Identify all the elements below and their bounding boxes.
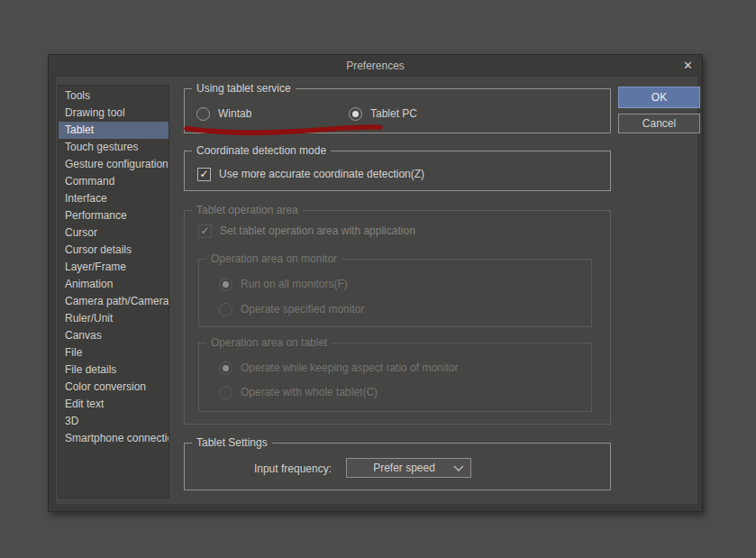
checkbox-icon-checked: ✓ (197, 168, 211, 181)
sidebar-item-camera-path-camera[interactable]: Camera path/Camera (59, 293, 169, 310)
input-frequency-dropdown[interactable]: Prefer speed (346, 458, 471, 478)
sidebar-item-color-conversion[interactable]: Color conversion (59, 379, 169, 396)
radio-label: Operate while keeping aspect ratio of mo… (241, 361, 458, 374)
checkbox-label: Set tablet operation area with applicati… (220, 224, 415, 237)
input-frequency-label: Input frequency: (185, 462, 332, 475)
radio-label: Operate with whole tablet(C) (241, 386, 378, 398)
group-title: Coordinate detection mode (192, 144, 331, 158)
sidebar-item-3d[interactable]: 3D (59, 413, 169, 430)
sidebar-item-command[interactable]: Command (59, 173, 169, 190)
sidebar-item-tablet[interactable]: Tablet (59, 122, 169, 139)
dialog-title: Preferences (346, 59, 405, 72)
subgroup-title: Operation area on tablet (206, 336, 332, 350)
desktop-background: { "window": { "title": "Preferences" }, … (0, 0, 756, 558)
radio-wintab[interactable]: Wintab (196, 106, 251, 121)
radio-icon (196, 107, 210, 121)
sidebar-item-animation[interactable]: Animation (59, 276, 169, 293)
radio-run-on-all-monitors: Run on all monitors(F) (219, 277, 348, 291)
sidebar-item-interface[interactable]: Interface (59, 190, 169, 207)
sidebar-item-touch-gestures[interactable]: Touch gestures (59, 139, 169, 156)
checkbox-icon-checked-disabled: ✓ (198, 224, 212, 238)
radio-icon-disabled (219, 303, 232, 316)
dialog-body: ToolsDrawing toolTabletTouch gesturesGes… (56, 77, 697, 504)
checkbox-set-tablet-operation-area: ✓ Set tablet operation area with applica… (198, 224, 415, 238)
sidebar-item-cursor[interactable]: Cursor (59, 224, 169, 242)
subgroup-title: Operation area on monitor (206, 252, 342, 266)
sidebar-item-smartphone-connection[interactable]: Smartphone connection (59, 430, 169, 447)
sidebar-item-layer-frame[interactable]: Layer/Frame (59, 259, 169, 276)
sidebar-item-gesture-configuration[interactable]: Gesture configuration (59, 156, 169, 173)
group-tablet-operation-area: Tablet operation area ✓ Set tablet opera… (184, 210, 611, 425)
ok-button[interactable]: OK (618, 87, 700, 108)
sidebar-item-tools[interactable]: Tools (59, 87, 169, 105)
subgroup-operation-area-on-monitor: Operation area on monitor Run on all mon… (198, 259, 592, 327)
radio-icon-selected-disabled (219, 278, 232, 291)
radio-keep-aspect-ratio: Operate while keeping aspect ratio of mo… (219, 361, 458, 375)
category-list: ToolsDrawing toolTabletTouch gesturesGes… (58, 85, 169, 499)
cancel-button[interactable]: Cancel (618, 114, 700, 133)
sidebar-item-performance[interactable]: Performance (59, 207, 169, 224)
preferences-dialog: Preferences ✕ ToolsDrawing toolTabletTou… (48, 54, 703, 512)
sidebar-item-ruler-unit[interactable]: Ruler/Unit (59, 310, 169, 327)
radio-icon-disabled (219, 386, 232, 399)
sidebar-item-cursor-details[interactable]: Cursor details (59, 242, 169, 259)
checkbox-label: Use more accurate coordinate detection(Z… (219, 168, 424, 180)
radio-tablet-pc[interactable]: Tablet PC (349, 106, 417, 121)
dropdown-selected-value: Prefer speed (373, 462, 435, 474)
radio-icon-selected-disabled (219, 361, 232, 375)
radio-icon-selected (349, 107, 362, 121)
group-coordinate-detection-mode: Coordinate detection mode ✓ Use more acc… (184, 151, 611, 191)
radio-label: Wintab (218, 107, 251, 120)
subgroup-operation-area-on-tablet: Operation area on tablet Operate while k… (198, 343, 592, 412)
sidebar-item-drawing-tool[interactable]: Drawing tool (59, 105, 169, 122)
group-tablet-settings: Tablet Settings Input frequency: Prefer … (184, 443, 611, 490)
chevron-down-icon (453, 465, 464, 472)
radio-label: Tablet PC (370, 107, 417, 120)
radio-label: Run on all monitors(F) (241, 278, 348, 290)
checkbox-accurate-coordinate-detection[interactable]: ✓ Use more accurate coordinate detection… (197, 167, 424, 181)
group-title: Using tablet service (192, 82, 296, 96)
settings-panel: Using tablet service Wintab Tablet PC Co… (184, 77, 612, 504)
radio-label: Operate specified monitor (241, 303, 364, 316)
sidebar-item-file[interactable]: File (59, 344, 169, 361)
close-icon[interactable]: ✕ (683, 59, 693, 73)
group-title: Tablet Settings (192, 436, 272, 450)
dialog-titlebar: Preferences ✕ (49, 55, 702, 77)
sidebar-item-canvas[interactable]: Canvas (59, 327, 169, 344)
sidebar-item-edit-text[interactable]: Edit text (59, 396, 169, 413)
group-title: Tablet operation area (192, 204, 303, 217)
group-using-tablet-service: Using tablet service Wintab Tablet PC (184, 88, 611, 133)
sidebar-item-file-details[interactable]: File details (59, 361, 169, 379)
radio-whole-tablet: Operate with whole tablet(C) (219, 385, 378, 399)
radio-operate-specified-monitor: Operate specified monitor (219, 302, 364, 316)
